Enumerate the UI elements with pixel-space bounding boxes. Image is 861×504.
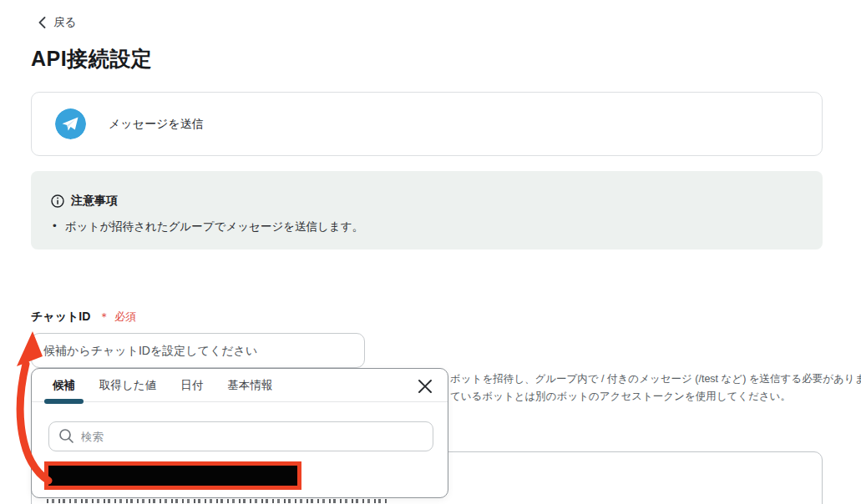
notice-item: ボットが招待されたグループでメッセージを送信します。: [51, 219, 803, 234]
redacted-candidate-option[interactable]: [44, 461, 301, 490]
required-asterisk: ＊: [99, 310, 109, 325]
info-icon: [51, 194, 64, 208]
chat-id-input[interactable]: [31, 333, 365, 368]
chat-id-helper-line2: ているボットとは別のボットのアクセストークンを使用してください。: [450, 390, 791, 404]
clipped-text-row: [47, 499, 387, 503]
page-title: API接続設定: [31, 45, 152, 73]
trigger-label: メッセージを送信: [109, 117, 204, 132]
chevron-left-icon: [38, 17, 46, 28]
popup-tab-bar: 候補 取得した値 日付 基本情報: [32, 369, 448, 402]
notice-title: 注意事項: [71, 194, 118, 209]
required-label: 必須: [114, 310, 136, 325]
close-icon: [418, 379, 433, 394]
tab-kouho[interactable]: 候補: [53, 369, 75, 401]
chat-id-helper-line1: ボットを招待し、グループ内で / 付きのメッセージ (/test など) を送信…: [450, 372, 861, 386]
api-connection-settings-page: 戻る API接続設定 メッセージを送信 注意事項 ボットが招待されたグループでメ…: [0, 0, 861, 504]
trigger-card[interactable]: メッセージを送信: [31, 92, 823, 156]
notice-box: 注意事項 ボットが招待されたグループでメッセージを送信します。: [31, 171, 823, 249]
chat-id-label-row: チャットID ＊ 必須: [31, 310, 136, 325]
tab-shutoku-shita-atai[interactable]: 取得した値: [99, 369, 156, 401]
candidate-picker-popup: 候補 取得した値 日付 基本情報: [31, 368, 448, 498]
close-button[interactable]: [415, 376, 435, 396]
back-label: 戻る: [53, 15, 76, 30]
tab-kihon-jouhou[interactable]: 基本情報: [227, 369, 272, 401]
chat-id-label: チャットID: [31, 310, 90, 325]
tab-hizuke[interactable]: 日付: [180, 369, 203, 401]
popup-search-input[interactable]: [48, 421, 433, 451]
telegram-icon: [55, 108, 86, 139]
back-link[interactable]: 戻る: [38, 15, 76, 30]
